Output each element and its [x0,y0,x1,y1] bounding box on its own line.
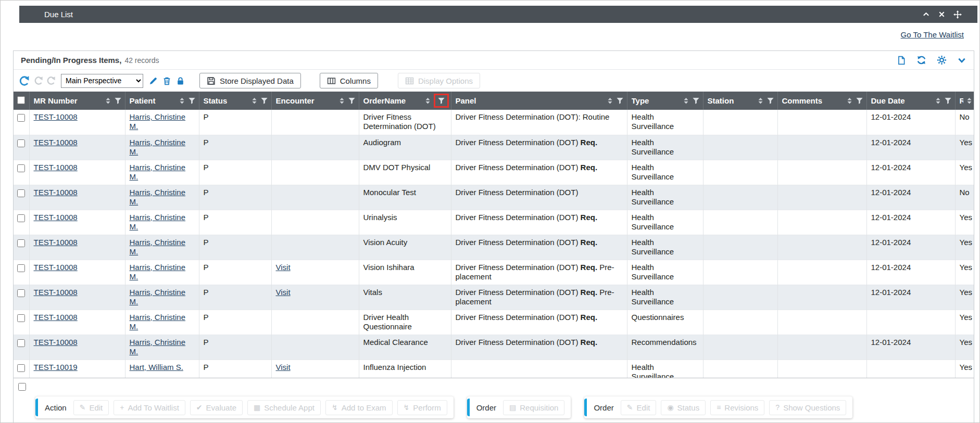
filter-icon[interactable] [944,97,952,105]
go-to-waitlist-link[interactable]: Go To The Waitlist [901,30,964,39]
row-checkbox[interactable] [17,139,25,147]
sort-icon[interactable] [424,97,431,104]
encounter-link[interactable]: Visit [276,263,291,272]
mr-link[interactable]: TEST-10019 [34,363,78,371]
sort-icon[interactable] [757,97,764,104]
cell-station [703,185,777,210]
edit-pencil-icon[interactable] [149,76,158,85]
mr-link[interactable]: TEST-10008 [34,188,78,197]
row-checkbox[interactable] [17,289,25,297]
undo-icon[interactable] [19,75,30,86]
patient-link[interactable]: Harris, Christine M. [130,288,186,306]
cell-panel: Driver Fitness Determination (DOT): Rout… [451,110,627,135]
sort-icon[interactable] [251,97,258,104]
delete-trash-icon[interactable] [162,76,171,85]
sort-icon[interactable] [683,97,689,104]
filter-icon[interactable] [114,97,122,105]
column-header-comments[interactable]: Comments [777,92,866,110]
cell-status: P [199,285,271,310]
cell-mr: TEST-10008 [29,285,125,310]
action-group-label: Action [45,403,67,412]
patient-link[interactable]: Harris, Christine M. [130,112,186,131]
store-displayed-data-button[interactable]: Store Displayed Data [199,73,301,88]
bottom-select-checkbox[interactable] [18,383,26,391]
patient-link[interactable]: Harris, Christine M. [130,338,186,356]
settings-gear-icon[interactable] [937,55,947,65]
mr-link[interactable]: TEST-10008 [34,213,78,222]
patient-link[interactable]: Harris, Christine M. [130,238,186,256]
column-header-due[interactable]: Due Date [866,92,955,110]
button-label: Requisition [520,403,558,412]
mr-link[interactable]: TEST-10008 [34,288,78,297]
new-document-icon[interactable] [897,56,906,65]
column-header-mr[interactable]: MR Number [29,92,125,110]
mr-link[interactable]: TEST-10008 [34,112,78,121]
select-all-checkbox[interactable] [17,96,25,104]
row-checkbox[interactable] [17,339,25,347]
row-checkbox[interactable] [17,264,25,272]
columns-button[interactable]: Columns [320,73,378,88]
sort-icon[interactable] [607,97,613,104]
sort-icon[interactable] [338,97,345,104]
cell-encounter [271,210,359,235]
filter-icon[interactable] [616,97,624,105]
cell-due: 12-01-2024 [866,185,955,210]
column-header-station[interactable]: Station [703,92,777,110]
sort-icon[interactable] [179,97,185,104]
patient-link[interactable]: Harris, Christine M. [130,138,186,156]
row-checkbox[interactable] [17,214,25,222]
patient-link[interactable]: Hart, William S. [130,363,183,371]
patient-link[interactable]: Harris, Christine M. [130,313,186,331]
mr-link[interactable]: TEST-10008 [34,313,78,322]
perspective-select[interactable]: Main Perspective [61,74,143,88]
row-checkbox[interactable] [17,114,25,122]
patient-link[interactable]: Harris, Christine M. [130,213,186,231]
column-header-status[interactable]: Status [199,92,271,110]
patient-link[interactable]: Harris, Christine M. [130,263,186,281]
mr-link[interactable]: TEST-10008 [34,163,78,172]
column-header-encounter[interactable]: Encounter [271,92,359,110]
cell-panel: Driver Fitness Determination (DOT) Req. … [451,260,627,285]
group-accent-bar [584,399,587,416]
mr-link[interactable]: TEST-10008 [34,338,78,347]
encounter-link[interactable]: Visit [276,363,291,371]
refresh-icon[interactable] [916,55,926,65]
lock-icon[interactable] [176,76,185,85]
mr-link[interactable]: TEST-10008 [34,138,78,147]
row-checkbox[interactable] [17,164,25,172]
filter-icon[interactable] [767,97,774,105]
encounter-link[interactable]: Visit [276,288,291,297]
close-icon[interactable] [938,10,946,18]
sort-icon[interactable] [846,97,853,104]
row-checkbox[interactable] [17,239,25,247]
patient-link[interactable]: Harris, Christine M. [130,188,186,206]
sort-icon[interactable] [966,97,973,104]
column-header-patient[interactable]: Patient [125,92,199,110]
collapse-panel-chevron-icon[interactable] [957,56,966,65]
window-titlebar[interactable]: Due List [19,6,977,23]
move-icon[interactable] [953,10,962,19]
column-header-type[interactable]: Type [627,92,703,110]
filter-icon[interactable] [856,97,863,105]
column-header-panel[interactable]: Panel [451,92,627,110]
sort-icon[interactable] [935,97,941,104]
mr-link[interactable]: TEST-10008 [34,238,78,247]
row-checkbox[interactable] [17,189,25,197]
filter-icon[interactable] [348,97,356,105]
filter-icon[interactable] [692,97,700,105]
sort-icon[interactable] [105,97,111,104]
panel-title: Pending/In Progress Items, [21,56,121,65]
collapse-window-icon[interactable] [922,10,930,18]
row-checkbox[interactable] [17,364,25,372]
patient-link[interactable]: Harris, Christine M. [130,163,186,181]
filter-icon[interactable] [188,97,196,105]
due-list-table: MR NumberPatientStatusEncounterOrderName… [14,92,974,378]
column-header-req[interactable]: Req [955,92,974,110]
filter-icon[interactable] [437,97,445,105]
filter-icon[interactable] [260,97,268,105]
mr-link[interactable]: TEST-10008 [34,263,78,272]
row-checkbox[interactable] [17,314,25,322]
table-row: TEST-10008Harris, Christine M.PDriver Fi… [14,110,974,135]
column-header-order[interactable]: OrderName [359,92,451,110]
cell-panel [451,360,627,378]
